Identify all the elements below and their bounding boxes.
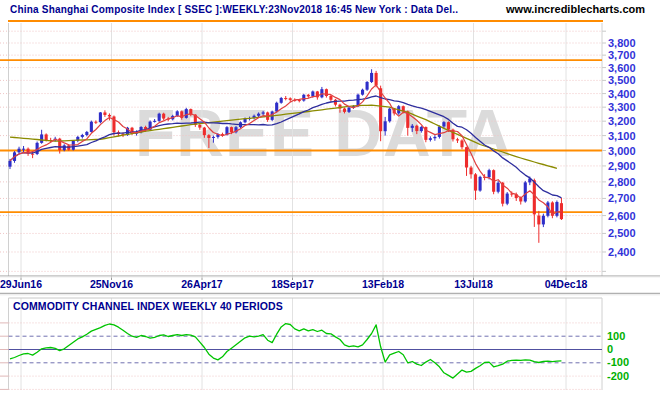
svg-text:-200: -200 xyxy=(607,370,629,382)
svg-text:100: 100 xyxy=(607,330,625,342)
cci-panel-title: COMMODITY CHANNEL INDEX WEEKLY 40 PERIOD… xyxy=(13,300,283,312)
svg-text:13Jul18: 13Jul18 xyxy=(454,278,493,290)
svg-text:25Nov16: 25Nov16 xyxy=(90,278,133,290)
svg-text:04Dec18: 04Dec18 xyxy=(545,278,588,290)
chart-window: China Shanghai Composite Index [ SSEC ]:… xyxy=(0,0,660,400)
svg-text:3,800: 3,800 xyxy=(608,37,636,49)
price-panel-gridlines xyxy=(0,23,660,280)
svg-text:18Sep17: 18Sep17 xyxy=(271,278,314,290)
price-and-cci-chart[interactable]: 3,8003,7003,6003,5003,4003,3003,2003,100… xyxy=(0,0,660,400)
svg-text:-100: -100 xyxy=(607,356,629,368)
cci-line xyxy=(10,324,561,379)
site-link[interactable]: www.incrediblecharts.com xyxy=(506,3,645,15)
title-underline-rule xyxy=(8,20,603,22)
svg-text:2,600: 2,600 xyxy=(608,210,636,222)
svg-text:29Jun16: 29Jun16 xyxy=(0,278,42,290)
svg-text:3,200: 3,200 xyxy=(608,115,636,127)
svg-text:3,100: 3,100 xyxy=(608,130,636,142)
panel-separator xyxy=(0,294,660,296)
svg-text:3,400: 3,400 xyxy=(608,88,636,100)
svg-text:26Apr17: 26Apr17 xyxy=(181,278,223,290)
svg-text:0: 0 xyxy=(607,343,613,355)
svg-text:2,500: 2,500 xyxy=(608,227,636,239)
date-axis-labels: 29Jun1625Nov1626Apr1718Sep1713Feb1813Jul… xyxy=(0,278,587,290)
cci-level-lines xyxy=(0,323,602,390)
svg-text:2,800: 2,800 xyxy=(608,176,636,188)
chart-title: China Shanghai Composite Index [ SSEC ]:… xyxy=(10,4,458,15)
svg-text:13Feb18: 13Feb18 xyxy=(362,278,404,290)
cci-axis-labels: 1000-100-200 xyxy=(607,330,629,382)
svg-text:3,000: 3,000 xyxy=(608,145,636,157)
svg-text:3,300: 3,300 xyxy=(608,101,636,113)
svg-text:2,700: 2,700 xyxy=(608,192,636,204)
price-axis-labels: 3,8003,7003,6003,5003,4003,3003,2003,100… xyxy=(608,37,636,258)
candlestick-series xyxy=(8,69,563,243)
svg-text:3,700: 3,700 xyxy=(608,49,636,61)
svg-text:2,900: 2,900 xyxy=(608,160,636,172)
svg-text:2,400: 2,400 xyxy=(608,246,636,258)
svg-text:3,600: 3,600 xyxy=(608,62,636,74)
svg-text:3,500: 3,500 xyxy=(608,74,636,86)
